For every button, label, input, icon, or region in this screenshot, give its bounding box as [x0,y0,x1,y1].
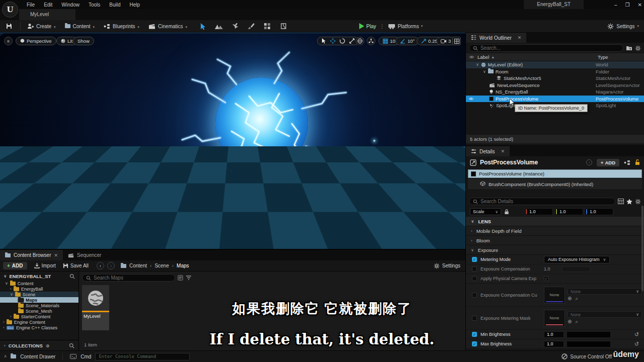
outliner-row-mylevel[interactable]: ∨ MyLevel (Editor)World [466,61,644,68]
save-all-button[interactable]: Save All [63,263,89,268]
content-button[interactable]: Content▾ [60,20,100,33]
world-space-button[interactable] [356,37,364,45]
platforms-button[interactable]: Platforms [397,24,419,29]
save-button[interactable] [0,20,18,33]
menu-file[interactable]: File [22,2,39,8]
exposure-compensation-slider[interactable] [562,266,590,272]
section-exposure[interactable]: ∨Exposure [466,245,644,255]
eye-icon[interactable] [468,97,474,101]
close-tab-icon[interactable]: ✕ [518,35,522,40]
instance-row[interactable]: PostProcessVolume (Instance) [468,169,642,178]
console-command-input[interactable] [95,353,190,360]
content-drawer-button[interactable]: Content Drawer [20,354,55,359]
add-component-button[interactable]: +ADD [597,159,619,166]
perspective-button[interactable]: Perspective [16,37,56,45]
tree-item-energyball[interactable]: ›EnergyBall [0,286,78,292]
create-button[interactable]: Create▾ [23,20,60,33]
outliner-row-ns-energyball[interactable]: NS_EnergyBallNiagaraActor [466,88,644,96]
show-button[interactable]: Show [73,37,94,45]
gear-icon[interactable] [635,199,641,205]
breadcrumb-content[interactable]: Content [129,263,147,268]
add-button[interactable]: +ADD [3,262,27,269]
maximize-button[interactable]: ❒ [625,2,630,8]
play-options-icon[interactable]: ⋮ [379,24,384,29]
cb-settings-button[interactable]: Settings [434,263,460,269]
component-row[interactable]: BrushComponent (BrushComponent0) (Inheri… [468,179,642,189]
metering-mode-checkbox[interactable]: ✓ [472,257,477,262]
settings-button[interactable]: Settings▾ [607,23,639,30]
landscape-mode-button[interactable] [213,21,224,31]
forward-button[interactable]: › [107,262,115,269]
eye-icon[interactable] [469,55,474,59]
surface-snapping-button[interactable] [367,37,375,45]
tab-mylevel[interactable]: MyLevel [19,9,75,20]
cinematics-button[interactable]: Cinematics▾ [144,20,192,33]
details-scrollbar[interactable] [641,206,643,291]
value-checkbox[interactable]: ✓ [544,276,549,281]
tree-item-engine-cpp[interactable]: ›C++Engine C++ Classes [0,325,78,330]
outliner-search-input[interactable]: Search... [469,44,623,52]
play-button[interactable] [359,23,364,29]
apply-physical-camera-checkbox[interactable] [472,276,477,281]
close-tab-icon[interactable]: ✕ [501,149,505,154]
scale-x-field[interactable]: 1.0 [524,208,553,215]
menu-window[interactable]: Window [57,2,84,8]
import-button[interactable]: Import [34,263,56,268]
gear-icon[interactable] [635,45,641,51]
move-tool-icon[interactable] [330,38,336,44]
section-bloom[interactable]: ›Bloom [466,236,644,245]
close-tab-icon[interactable]: ✕ [54,253,58,258]
rotation-snap-button[interactable]: 10° [395,37,419,45]
cmd-button[interactable]: Cmd [80,354,91,359]
label-column-header[interactable]: Label [477,54,489,60]
display-filter-icon[interactable] [618,199,624,204]
tab-world-outliner[interactable]: World Outliner✕ [466,33,526,43]
browse-icon[interactable]: ⌕ [575,319,578,325]
section-mobile-dof[interactable]: ›Mobile Depth of Field [466,226,644,236]
details-search-input[interactable]: Search Details [469,198,615,205]
close-button[interactable]: ✕ [638,2,642,8]
level-viewport[interactable]: ≡ Perspective Lit Show [0,33,465,249]
search-maps-input[interactable]: Search Maps [82,274,175,282]
section-lens[interactable]: ∨LENS [466,217,644,226]
menu-tools[interactable]: Tools [84,2,105,8]
scale-tool-icon[interactable] [349,38,355,44]
curve-asset-combo[interactable]: None∨ [568,288,642,295]
select-mode-button[interactable] [197,21,208,31]
new-folder-icon[interactable] [626,45,632,51]
lock-scale-icon[interactable] [504,209,509,215]
tab-details[interactable]: Details✕ [466,146,510,156]
scale-z-field[interactable]: 1.0 [585,208,613,215]
tree-root-header[interactable]: ∨ENERGYBALL_ST [0,272,78,281]
blueprint-edit-icon[interactable] [624,160,630,165]
favorites-star-icon[interactable] [626,199,632,205]
breadcrumb-scene[interactable]: Scene [154,263,169,268]
outliner-row-staticmeshactor5[interactable]: StaticMeshActor5StaticMeshActor [466,75,644,82]
save-filter-icon[interactable] [178,275,183,281]
select-tool-icon[interactable] [321,38,326,44]
tree-item-engine-content[interactable]: ›Engine Content [0,319,78,325]
breadcrumb-maps[interactable]: Maps [177,263,189,268]
use-selected-icon[interactable]: ⊕ [568,319,572,325]
tree-item-scene[interactable]: ∨Scene [0,292,78,297]
menu-edit[interactable]: Edit [39,2,57,8]
exposure-compensation-checkbox[interactable] [472,266,477,272]
tab-sequencer[interactable]: Sequencer [63,250,106,260]
metering-mode-dropdown[interactable]: Auto Exposure Histogram∨ [544,256,610,263]
exposure-compensation-curve-checkbox[interactable] [472,293,477,298]
mesh-paint-mode-button[interactable] [246,21,257,31]
outliner-row-room[interactable]: ∨ RoomFolder [466,68,644,75]
viewport-layout-button[interactable] [452,37,461,45]
outliner-row-postprocessvolume[interactable]: PostProcessVolumePostProcessVolume [466,96,644,103]
tab-content-browser[interactable]: Content Browser ✕ [0,250,63,260]
menu-help[interactable]: Help [125,2,145,8]
blueprints-button[interactable]: Blueprints▾ [99,20,144,33]
scale-y-field[interactable]: 1.0 [554,208,583,215]
back-button[interactable]: ‹ [97,262,104,269]
filter-icon[interactable] [186,275,192,281]
menu-build[interactable]: Build [105,2,125,8]
minimize-button[interactable]: – [614,2,617,8]
fracture-mode-button[interactable] [278,21,289,31]
scale-dropdown[interactable]: Scale∨ [470,208,501,215]
viewport-options-button[interactable]: ≡ [4,37,13,45]
